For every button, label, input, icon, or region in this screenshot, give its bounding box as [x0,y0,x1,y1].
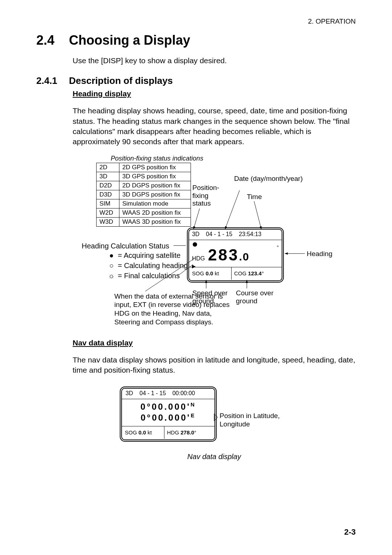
callout-sog: Speed over ground [192,289,236,305]
scr1-hdg-value: 283.0 [208,246,249,264]
hcs-calculating: ○ = Calculating heading [107,262,188,270]
nav-data-run: Nav data display [73,339,356,347]
nav-data-para: The nav data display shows position in l… [73,355,356,376]
hcs-title: Heading Calculation Status [82,242,169,250]
nav-data-caption: Nav data display [73,453,356,461]
scr1-hdg-label: HDG [192,255,205,262]
callout-fixing-status: Position- fixing status [192,184,229,208]
scr2-time: 00:00:00 [172,390,195,396]
subsection-title: 2.4.1Description of displays [73,75,356,86]
callout-cog: Course over ground [236,289,287,305]
hcs-dot-icon [193,242,197,247]
callout-latlon: Position in Latitude, Longitude [220,412,292,429]
scr1-degree: ° [277,244,279,250]
sun-icon: ☼ [107,272,116,280]
heading-display-screen: 3D 04 - 1 - 15 23:54:13 HDG 283.0 ° SOG … [187,227,284,283]
nav-data-screen: 3D 04 - 1 - 15 00:00:00 0°00.000'N 0°00.… [120,386,217,442]
section-title: 2.4Choosing a Display [36,33,356,48]
nav-data-diagram: 3D 04 - 1 - 15 00:00:00 0°00.000'N 0°00.… [36,383,356,452]
scr1-sog: SOG 0.0 kt [192,270,219,276]
scr1-cog: COG 123.4° [234,270,264,276]
scr2-lat-hemi: N [191,401,196,408]
scr2-lon-hemi: E [191,412,196,418]
scr2-sog: SOG 0.0 kt [125,429,152,436]
filled-circle-icon: ● [107,251,116,260]
heading-display-run: Heading display [73,89,356,98]
scr1-fix: 3D [192,231,199,238]
chapter-header: 2. OPERATION [308,17,356,25]
callout-date: Date (day/month/year) [234,175,303,183]
hcs-acquiring: ● = Acquiring satellite [107,251,180,260]
callout-heading: Heading [307,250,332,258]
scr1-time: 23:54:13 [239,231,261,238]
svg-line-4 [254,201,261,229]
section-intro: Use the [DISP] key to show a display des… [73,56,356,66]
scr2-lon: 0°00.000' [140,413,191,422]
page-number: 2-3 [344,527,356,537]
heading-display-para: The heading display shows heading, cours… [73,106,356,147]
scr2-hdg: HDG 278.0° [167,429,196,436]
section-number: 2.4 [36,33,69,48]
scr1-date: 04 - 1 - 15 [206,231,232,238]
status-table-caption: Position-fixing status indications [111,155,203,162]
scr2-date: 04 - 1 - 15 [139,390,166,396]
scr2-fix: 3D [126,390,133,396]
svg-line-2 [193,208,200,229]
scr2-lat: 0°00.000' [140,402,191,412]
subsection-number: 2.4.1 [36,75,69,86]
open-circle-icon: ○ [107,262,116,270]
callout-time: Time [247,193,262,201]
status-indication-table: 2D2D GPS position fix 3D3D GPS position … [96,163,191,227]
hcs-final: ☼ = Final calculations [107,272,180,280]
heading-display-diagram: Position-fixing status indications 2D2D … [36,155,356,336]
